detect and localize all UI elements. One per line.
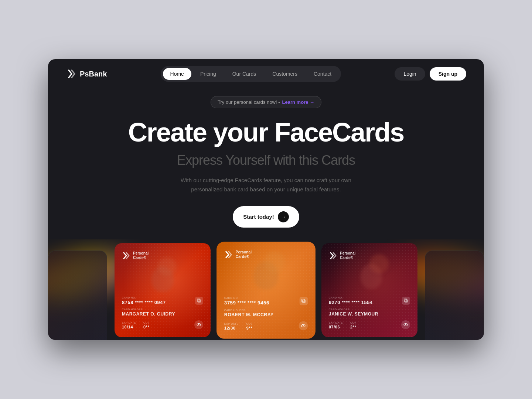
- card-3-details: EXP DATE 07/06 CCV 2**: [329, 320, 410, 329]
- app-window: PsBank Home Pricing Our Cards Customers …: [48, 59, 484, 340]
- card-2-top: PersonalCards®: [224, 250, 308, 259]
- card-1-exp: 10/14: [122, 325, 136, 329]
- nav-home[interactable]: Home: [163, 68, 191, 80]
- phone-right: [425, 250, 484, 340]
- card-1-details: EXP DATE 10/14 CCV 0**: [122, 320, 203, 329]
- card-brand-2: PersonalCards®: [236, 250, 252, 259]
- card-2-bottom: CARD NO. 3759 **** **** 9456 CARD HOLDER…: [224, 296, 308, 330]
- card-2-holder: ROBERT M. MCCRAY: [224, 312, 308, 317]
- svg-rect-5: [302, 299, 304, 301]
- nav-contact[interactable]: Contact: [306, 68, 339, 80]
- svg-rect-8: [405, 300, 407, 302]
- login-button[interactable]: Login: [395, 67, 425, 81]
- svg-rect-1: [197, 299, 200, 301]
- card-3-number-row: CARD NO. 9270 **** **** 1554: [329, 296, 410, 305]
- card-logo-1: [122, 252, 130, 260]
- bank-card-1[interactable]: PersonalCards® CARD NO. 8758 **** **** 0…: [115, 243, 211, 337]
- start-button[interactable]: Start today! →: [233, 206, 299, 228]
- svg-point-7: [303, 325, 304, 326]
- nav-our-cards[interactable]: Our Cards: [225, 68, 264, 80]
- card-1-top: PersonalCards®: [122, 251, 203, 260]
- nav-links: Home Pricing Our Cards Customers Contact: [161, 66, 341, 82]
- card-3-eye[interactable]: [401, 320, 410, 329]
- nav-pricing[interactable]: Pricing: [193, 68, 224, 80]
- card-1-eye[interactable]: [194, 320, 203, 329]
- cards-section: PersonalCards® CARD NO. 8758 **** **** 0…: [48, 239, 484, 340]
- card-brand-1: PersonalCards®: [133, 251, 149, 260]
- hero-subtitle: Express Yourself with this Cards: [177, 153, 355, 168]
- bank-card-2[interactable]: PersonalCards® CARD NO. 3759 **** **** 9…: [216, 242, 316, 339]
- card-3-holder-label: CARD HOLDER: [329, 308, 410, 311]
- card-2-exp: 12/30: [224, 325, 239, 330]
- card-1-holder-row: CARD HOLDER MARGARET O. GUIDRY: [122, 308, 203, 317]
- card-3-copy[interactable]: [402, 297, 410, 305]
- nav-customers[interactable]: Customers: [265, 68, 305, 80]
- svg-point-11: [405, 324, 406, 325]
- card-1-ccv-label: CCV: [143, 321, 149, 324]
- logo-area: PsBank: [66, 69, 107, 79]
- card-2-copy[interactable]: [300, 297, 308, 305]
- card-1-copy[interactable]: [195, 297, 203, 305]
- card-brand-3: PersonalCards®: [340, 251, 355, 260]
- card-logo-3: [329, 252, 337, 260]
- card-3-holder-row: CARD HOLDER JANICE W. SEYMOUR: [329, 308, 410, 317]
- card-2-eye[interactable]: [299, 321, 308, 330]
- card-2-number: 3759 **** **** 9456: [224, 300, 269, 305]
- card-1-holder: MARGARET O. GUIDRY: [122, 311, 203, 317]
- card-2-holder-row: CARD HOLDER ROBERT M. MCCRAY: [224, 308, 308, 317]
- card-3-ccv-label: CCV: [350, 321, 356, 324]
- card-2-details: EXP DATE 12/30 CCV 9**: [224, 321, 308, 330]
- card-3-holder: JANICE W. SEYMOUR: [329, 311, 410, 317]
- card-3-number: 9270 **** **** 1554: [329, 300, 373, 305]
- card-3-ccv: 2**: [350, 325, 356, 329]
- card-2-exp-label: EXP DATE: [224, 322, 239, 325]
- hero-section: Try our personal cards now! - Learn more…: [48, 89, 484, 239]
- card-1-bottom: CARD NO. 8758 **** **** 0947 CARD HOLDER…: [122, 296, 203, 329]
- card-1-exp-label: EXP DATE: [122, 321, 136, 324]
- card-3-no-label: CARD NO.: [329, 296, 373, 299]
- card-2-holder-label: CARD HOLDER: [224, 308, 308, 311]
- card-3-exp: 07/06: [329, 325, 343, 329]
- card-3-exp-label: EXP DATE: [329, 321, 343, 324]
- card-1-number: 8758 **** **** 0947: [122, 300, 166, 305]
- card-2-number-row: CARD NO. 3759 **** **** 9456: [224, 296, 308, 306]
- svg-rect-9: [404, 299, 407, 301]
- card-1-no-label: CARD NO.: [122, 296, 166, 299]
- navbar: PsBank Home Pricing Our Cards Customers …: [48, 59, 484, 89]
- card-logo-2: [224, 250, 233, 259]
- hero-description: With our cutting-edge FaceCards feature,…: [177, 175, 355, 194]
- card-1-ccv: 0**: [143, 325, 149, 329]
- card-3-bottom: CARD NO. 9270 **** **** 1554 CARD HOLDER…: [329, 296, 410, 329]
- promo-text: Try our personal cards now! -: [218, 99, 280, 105]
- hero-title: Create your FaceCards: [128, 119, 404, 147]
- start-label: Start today!: [243, 214, 274, 220]
- svg-point-3: [198, 324, 200, 325]
- logo-text: PsBank: [80, 70, 107, 78]
- svg-rect-0: [198, 300, 201, 302]
- logo-icon: [66, 69, 76, 79]
- card-2-ccv: 9**: [246, 325, 252, 330]
- card-2-ccv-label: CCV: [246, 322, 252, 325]
- arrow-icon: →: [278, 211, 289, 222]
- learn-more-link[interactable]: Learn more →: [282, 99, 314, 105]
- phone-left: [48, 250, 107, 340]
- signup-button[interactable]: Sign up: [430, 67, 466, 81]
- card-3-top: PersonalCards®: [329, 251, 410, 260]
- promo-badge[interactable]: Try our personal cards now! - Learn more…: [211, 96, 321, 108]
- cards-wrapper: PersonalCards® CARD NO. 8758 **** **** 0…: [48, 243, 484, 340]
- card-1-holder-label: CARD HOLDER: [122, 308, 203, 311]
- nav-actions: Login Sign up: [395, 67, 466, 81]
- card-2-no-label: CARD NO.: [224, 296, 269, 299]
- bank-card-3[interactable]: PersonalCards® CARD NO. 9270 **** **** 1…: [321, 243, 417, 337]
- card-1-number-row: CARD NO. 8758 **** **** 0947: [122, 296, 203, 305]
